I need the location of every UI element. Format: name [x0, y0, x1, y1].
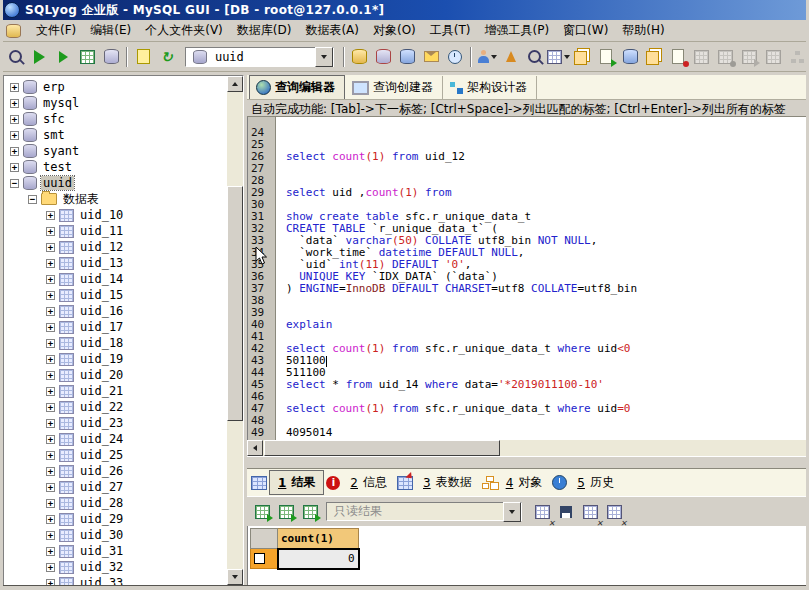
tab-查询编辑器[interactable]: 查询编辑器: [249, 75, 345, 99]
scroll-up-icon[interactable]: [227, 76, 243, 92]
tree-item-uid_21[interactable]: +uid_21: [4, 383, 227, 399]
expand-icon[interactable]: +: [46, 419, 55, 428]
hscroll-thumb[interactable]: [264, 440, 500, 456]
new-query-editor-icon[interactable]: [131, 45, 155, 69]
expand-icon[interactable]: +: [46, 467, 55, 476]
tree-item-uid_28[interactable]: +uid_28: [4, 495, 227, 511]
tree-item-uuid[interactable]: −uuid: [4, 175, 227, 191]
tree-item-uid_22[interactable]: +uid_22: [4, 399, 227, 415]
insert-row-icon[interactable]: [530, 500, 554, 524]
tree-item-smt[interactable]: +smt: [4, 127, 227, 143]
expand-icon[interactable]: +: [46, 403, 55, 412]
sql-code[interactable]: select count(1) from uid_12select uid ,c…: [276, 117, 806, 440]
flush-tools-icon[interactable]: [499, 45, 523, 69]
tree-item-uid_32[interactable]: +uid_32: [4, 559, 227, 575]
user-manager-icon[interactable]: [475, 45, 499, 69]
tree-item-uid_23[interactable]: +uid_23: [4, 415, 227, 431]
collapse-icon[interactable]: −: [10, 179, 19, 188]
refresh-result-icon[interactable]: [298, 500, 322, 524]
save-changes-icon[interactable]: [554, 500, 578, 524]
tree-item-uid_16[interactable]: +uid_16: [4, 303, 227, 319]
expand-icon[interactable]: +: [46, 563, 55, 572]
export-data-icon[interactable]: [594, 45, 618, 69]
menu-item[interactable]: 数据表(A): [298, 19, 366, 42]
tree-item-uid_12[interactable]: +uid_12: [4, 239, 227, 255]
menu-item[interactable]: 工具(T): [423, 19, 478, 42]
expand-icon[interactable]: +: [10, 83, 19, 92]
tree-scrollbar[interactable]: [227, 76, 243, 585]
expand-icon[interactable]: +: [46, 515, 55, 524]
export-result-icon[interactable]: [250, 500, 274, 524]
expand-icon[interactable]: +: [46, 339, 55, 348]
expand-icon[interactable]: +: [10, 131, 19, 140]
tab-表数据[interactable]: 3 表数据: [415, 471, 480, 494]
expand-icon[interactable]: +: [46, 355, 55, 364]
execute-current-query-icon[interactable]: [52, 45, 76, 69]
tab-信息[interactable]: 2 信息: [342, 471, 395, 494]
expand-icon[interactable]: +: [46, 211, 55, 220]
discard-changes-icon[interactable]: [602, 500, 626, 524]
tree-item-erp[interactable]: +erp: [4, 79, 227, 95]
expand-icon[interactable]: +: [46, 483, 55, 492]
expand-icon[interactable]: +: [10, 163, 19, 172]
tree-item-uid_31[interactable]: +uid_31: [4, 543, 227, 559]
scheduled-backup-icon[interactable]: [443, 45, 467, 69]
table-tools-icon[interactable]: [547, 45, 571, 69]
menu-item[interactable]: 窗口(W): [556, 19, 615, 42]
result-mode-selector[interactable]: 只读结果: [326, 502, 522, 521]
expand-icon[interactable]: +: [46, 451, 55, 460]
tab-架构设计器[interactable]: 架构设计器: [444, 76, 537, 99]
email-results-icon[interactable]: [420, 45, 444, 69]
tree-item-uid_17[interactable]: +uid_17: [4, 319, 227, 335]
backup-database-icon[interactable]: [618, 45, 642, 69]
tree-item-uid_20[interactable]: +uid_20: [4, 367, 227, 383]
tree-item-uid_15[interactable]: +uid_15: [4, 287, 227, 303]
tree-item-uid_10[interactable]: +uid_10: [4, 207, 227, 223]
menu-item[interactable]: 增强工具(P): [478, 19, 557, 42]
grid-corner-cell[interactable]: [251, 529, 278, 549]
menu-item[interactable]: 个人文件夹(V): [138, 19, 230, 42]
menu-item[interactable]: 帮助(H): [615, 19, 671, 42]
dropdown-icon[interactable]: [315, 47, 333, 67]
expand-icon[interactable]: +: [10, 99, 19, 108]
column-header[interactable]: count(1): [278, 529, 359, 549]
tree-item-sfc[interactable]: +sfc: [4, 111, 227, 127]
expand-icon[interactable]: +: [46, 275, 55, 284]
save-result-icon[interactable]: [274, 500, 298, 524]
preview-result-icon[interactable]: [99, 45, 123, 69]
import-data-icon[interactable]: [642, 45, 666, 69]
delete-row-icon[interactable]: [578, 500, 602, 524]
sync-database-icon[interactable]: [372, 45, 396, 69]
copy-database-icon[interactable]: [396, 45, 420, 69]
tab-对象[interactable]: 4 对象: [498, 471, 551, 494]
tree-item-数据表[interactable]: −数据表: [4, 191, 227, 207]
expand-icon[interactable]: +: [46, 307, 55, 316]
editor-hscrollbar[interactable]: [247, 440, 806, 456]
scroll-left-icon[interactable]: [247, 440, 263, 456]
tree-item-test[interactable]: +test: [4, 159, 227, 175]
tree-item-uid_11[interactable]: +uid_11: [4, 223, 227, 239]
tab-查询创建器[interactable]: 查询创建器: [346, 76, 443, 99]
tree-item-uid_13[interactable]: +uid_13: [4, 255, 227, 271]
data-search-icon[interactable]: [523, 45, 547, 69]
tree-item-mysql[interactable]: +mysql: [4, 95, 227, 111]
child-window-icon[interactable]: [6, 24, 21, 38]
result-cell[interactable]: 0: [278, 549, 359, 569]
tab-结果[interactable]: 1 结果: [269, 470, 324, 495]
expand-icon[interactable]: +: [46, 291, 55, 300]
scroll-down-icon[interactable]: [227, 569, 243, 585]
menu-item[interactable]: 文件(F): [29, 19, 83, 42]
dropdown-icon[interactable]: [503, 502, 521, 522]
expand-icon[interactable]: +: [46, 531, 55, 540]
tree-item-uid_30[interactable]: +uid_30: [4, 527, 227, 543]
scroll-thumb[interactable]: [227, 186, 243, 421]
refresh-object-browser-icon[interactable]: [155, 45, 179, 69]
menu-item[interactable]: 数据库(D): [230, 19, 299, 42]
connect-database-icon[interactable]: [4, 45, 28, 69]
tree-item-uid_24[interactable]: +uid_24: [4, 431, 227, 447]
collapse-icon[interactable]: −: [28, 195, 37, 204]
execute-query-icon[interactable]: [28, 45, 52, 69]
tree-item-uid_26[interactable]: +uid_26: [4, 463, 227, 479]
tab-历史[interactable]: 5 历史: [569, 471, 622, 494]
expand-icon[interactable]: +: [46, 387, 55, 396]
